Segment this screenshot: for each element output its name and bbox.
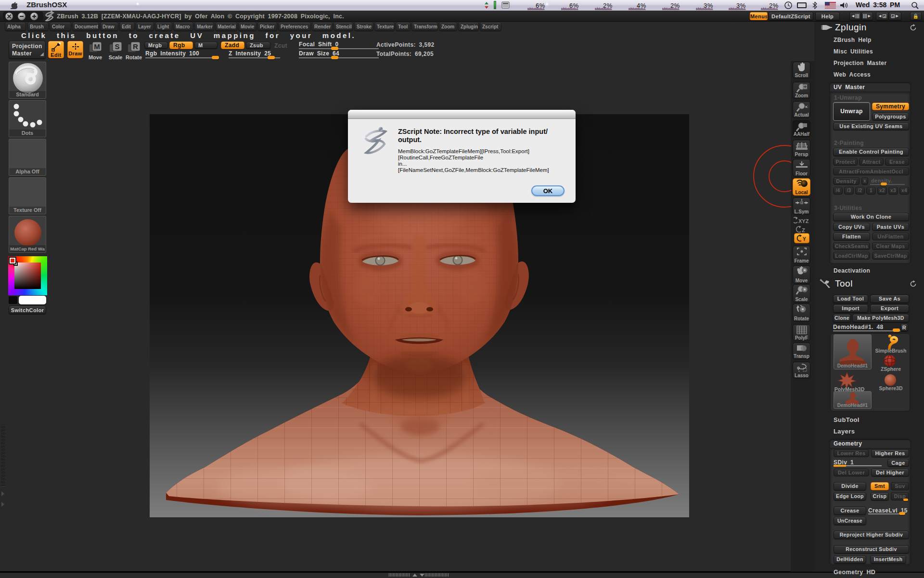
- svg-text:S: S: [115, 42, 119, 51]
- svg-text:XYZ: XYZ: [798, 218, 809, 224]
- svg-text:M: M: [94, 42, 100, 51]
- svg-text:Y: Y: [803, 236, 806, 242]
- svg-text:Z: Z: [802, 227, 805, 233]
- svg-text:x1: x1: [805, 105, 808, 109]
- svg-text:R: R: [133, 42, 138, 51]
